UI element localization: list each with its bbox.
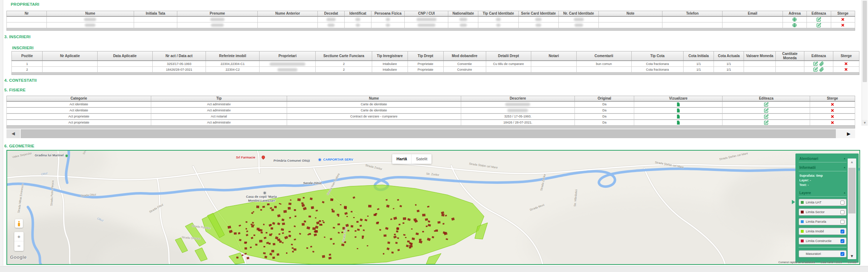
left-scroll-strip[interactable] — [0, 0, 3, 266]
column-header[interactable]: Tip Inregistrare — [372, 51, 408, 61]
edit-icon[interactable] — [817, 23, 821, 27]
fisiere-grid-hscroll[interactable] — [6, 126, 855, 129]
poi-label[interactable]: Serele Oituz — [303, 181, 322, 185]
edit-icon[interactable] — [813, 67, 818, 72]
column-header[interactable]: Nr. Card Identitate — [558, 11, 598, 16]
collapse-caret-icon[interactable]: ▲ — [843, 157, 846, 160]
delete-icon[interactable] — [840, 23, 845, 27]
delete-icon[interactable] — [840, 17, 845, 22]
table-row[interactable] — [7, 16, 855, 22]
edit-icon[interactable] — [764, 102, 769, 107]
panel-scroll-down-icon[interactable]: ▼ — [848, 254, 856, 258]
column-header[interactable]: Prenume — [177, 11, 258, 16]
google-logo[interactable]: Google — [10, 255, 27, 260]
column-header[interactable]: Tip Card Identitate — [478, 11, 518, 16]
layer-checkbox[interactable] — [840, 201, 844, 205]
terms-link[interactable]: Condiții — [848, 261, 857, 264]
panel-scroll-up-icon[interactable]: ▲ — [848, 160, 856, 164]
vertical-scrollbar[interactable]: ▼ — [862, 0, 868, 126]
column-header[interactable]: Editeaza — [722, 96, 810, 101]
column-header[interactable]: Telefon — [662, 11, 722, 16]
scroll-left-arrow-icon[interactable]: ◀ — [6, 129, 20, 138]
horizontal-scrollbar[interactable]: ◀ ▶ — [6, 129, 855, 138]
table-row[interactable]: 13253/17-05-199322304,22304-C12Intabular… — [12, 61, 859, 67]
column-header[interactable]: Nume Anterior — [257, 11, 317, 16]
column-header[interactable]: Valoare Moneda — [744, 51, 775, 61]
globe-icon[interactable] — [792, 23, 797, 27]
green-poi-marker-icon[interactable] — [65, 154, 68, 157]
poi-label[interactable]: Gradina lui Marinel — [35, 153, 64, 157]
delete-icon[interactable] — [830, 120, 835, 125]
paperclip-icon[interactable] — [819, 61, 824, 66]
column-header[interactable]: Notari — [531, 51, 577, 61]
table-row[interactable]: Act identitateAct administrativCarte de … — [7, 101, 855, 107]
column-header[interactable]: Comentarii — [576, 51, 631, 61]
column-header[interactable]: Adresa — [783, 11, 807, 16]
column-header[interactable]: CNP / CUI — [405, 11, 448, 16]
gray-poi-marker-icon[interactable] — [263, 191, 266, 195]
edit-icon[interactable] — [764, 120, 769, 125]
proprietari-grid-hscroll[interactable] — [6, 28, 855, 31]
delete-icon[interactable] — [830, 114, 835, 119]
column-header[interactable]: Pozitie — [12, 51, 43, 61]
layer-checkbox[interactable] — [840, 220, 844, 224]
map-canvas[interactable]: Valea StejaruluiStrada BăilorOituzStrada… — [6, 150, 860, 265]
pegman-control[interactable] — [15, 219, 23, 228]
layer-item-limita-imobil[interactable]: Limita Imobil✓ — [799, 228, 847, 235]
column-header[interactable]: Descriere — [461, 96, 574, 101]
map-type-harta-button[interactable]: Hartă — [392, 154, 411, 164]
column-header[interactable]: Vizualizare — [634, 96, 722, 101]
layer-checkbox[interactable]: ✓ — [840, 230, 844, 233]
column-header[interactable]: Tip Drept — [408, 51, 443, 61]
delete-icon[interactable] — [844, 61, 848, 66]
file-icon[interactable] — [676, 114, 681, 119]
edit-icon[interactable] — [764, 108, 769, 113]
poi-label[interactable]: Montini Lavezzari' — [248, 199, 276, 202]
delete-icon[interactable] — [844, 67, 848, 72]
column-header[interactable]: Sectiune Carte Funciara — [316, 51, 372, 61]
column-header[interactable]: Nume — [287, 96, 461, 101]
edit-icon[interactable] — [817, 17, 821, 22]
layer-checkbox[interactable] — [840, 210, 844, 214]
table-row[interactable] — [7, 22, 855, 28]
column-header[interactable]: Proprietari — [260, 51, 316, 61]
panel-scrollbar-thumb[interactable] — [848, 168, 855, 213]
globe-icon[interactable] — [792, 17, 797, 22]
keyboard-shortcuts-link[interactable]: Comenzi rapide de la tastatură — [778, 261, 815, 264]
poi-label[interactable]: CARPORTAR SERV — [323, 158, 353, 161]
scroll-right-arrow-icon[interactable]: ▶ — [844, 129, 853, 138]
column-header[interactable]: Cantitate Moneda — [775, 51, 804, 61]
column-header[interactable]: Referinte imobil — [206, 51, 260, 61]
bottom-scroll-strip[interactable] — [0, 266, 868, 272]
panel-scrollbar[interactable]: ▲ ▼ — [848, 158, 856, 259]
column-header[interactable]: Mod dobandire — [443, 51, 486, 61]
column-header[interactable]: Tip — [151, 96, 287, 101]
layer-item-masuratori[interactable]: Masuratori✓ — [799, 250, 847, 257]
edit-icon[interactable] — [813, 61, 818, 66]
scroll-down-arrow-icon[interactable]: ▼ — [862, 120, 868, 126]
column-header[interactable]: Initiala Tata — [134, 11, 177, 16]
map-type-satelit-button[interactable]: Satelit — [411, 154, 431, 164]
column-header[interactable]: Sterge — [833, 51, 859, 61]
column-header[interactable]: Tip Cota — [631, 51, 684, 61]
layer-checkbox[interactable]: ✓ — [840, 239, 844, 243]
column-header[interactable]: Nr act / Data act — [152, 51, 206, 61]
poi-label[interactable]: Primăria Comunei Oituz — [273, 159, 310, 162]
layer-item-limita-uat[interactable]: Limita UAT — [799, 199, 847, 206]
column-header[interactable]: Sterge — [810, 96, 855, 101]
collapse-caret-icon[interactable]: ▲ — [843, 166, 846, 168]
layer-item-limita-parcela[interactable]: Limita Parcela — [799, 218, 847, 225]
vertical-scrollbar-thumb[interactable] — [863, 1, 867, 82]
column-header[interactable]: Nr Aplicatie — [43, 51, 98, 61]
column-header[interactable]: Detalii Drept — [486, 51, 531, 61]
column-header[interactable]: Original — [575, 96, 634, 101]
column-header[interactable]: Email — [722, 11, 783, 16]
column-header[interactable]: Editeaza — [807, 11, 831, 16]
column-header[interactable]: Cota Initiala — [684, 51, 714, 61]
paperclip-icon[interactable] — [819, 67, 824, 72]
panel-section-informatii[interactable]: Informatii ▲ — [799, 165, 847, 171]
layer-item-limita-constructie[interactable]: Limita Constructie✓ — [799, 237, 847, 245]
column-header[interactable]: Note — [599, 11, 662, 16]
column-header[interactable]: Cota Actuala — [714, 51, 744, 61]
table-row[interactable]: Act proprietateAct administrativ18426 / … — [7, 120, 855, 126]
